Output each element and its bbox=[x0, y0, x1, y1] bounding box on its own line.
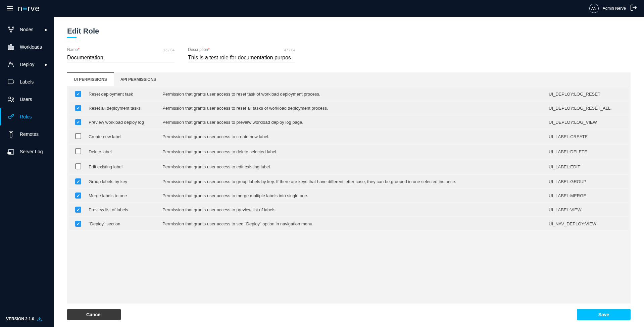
name-input[interactable] bbox=[67, 53, 175, 62]
sidebar-item-deploy[interactable]: Deploy▶ bbox=[0, 56, 54, 73]
permission-description: Permission that grants user access to cr… bbox=[162, 134, 549, 139]
permission-code: UI_LABEL:CREATE bbox=[549, 134, 623, 139]
chevron-right-icon: ▶ bbox=[45, 28, 48, 32]
tab-ui-permissions[interactable]: UI PERMISSIONS bbox=[67, 72, 114, 86]
permission-checkbox[interactable] bbox=[75, 163, 81, 169]
permission-checkbox[interactable] bbox=[75, 221, 81, 227]
permission-checkbox[interactable] bbox=[75, 119, 81, 125]
server-log-icon bbox=[7, 148, 15, 156]
svg-rect-4 bbox=[10, 44, 11, 50]
permission-row: Edit existing labelPermission that grant… bbox=[69, 160, 629, 174]
permission-description: Permission that grants user access to re… bbox=[162, 92, 549, 97]
permission-code: UI_DEPLOY:LOG_RESET bbox=[549, 92, 623, 97]
permission-row: Reset all deployment tasksPermission tha… bbox=[69, 102, 629, 114]
nodes-icon bbox=[7, 25, 15, 34]
permission-description: Permission that grants user access to gr… bbox=[162, 179, 549, 184]
permission-code: UI_LABEL:GROUP bbox=[549, 179, 623, 184]
workloads-icon bbox=[7, 43, 15, 51]
sidebar-item-nodes[interactable]: Nodes▶ bbox=[0, 21, 54, 38]
permission-code: UI_NAV_DEPLOY:VIEW bbox=[549, 221, 623, 226]
remotes-icon bbox=[7, 130, 15, 138]
permission-checkbox[interactable] bbox=[75, 148, 81, 154]
permission-description: Permission that grants user access to me… bbox=[162, 193, 549, 198]
permission-name: Create new label bbox=[89, 134, 162, 139]
svg-point-1 bbox=[12, 27, 14, 28]
logout-icon[interactable] bbox=[630, 4, 637, 13]
permission-code: UI_LABEL:MERGE bbox=[549, 193, 623, 198]
sidebar-item-label: Users bbox=[20, 97, 32, 102]
sidebar-item-label: Labels bbox=[20, 79, 34, 85]
permission-checkbox[interactable] bbox=[75, 105, 81, 111]
sidebar-item-users[interactable]: Users bbox=[0, 91, 54, 108]
svg-rect-9 bbox=[10, 133, 12, 137]
permission-name: Reset deployment task bbox=[89, 92, 162, 97]
permission-row: Group labels by keyPermission that grant… bbox=[69, 175, 629, 188]
roles-icon bbox=[7, 113, 15, 121]
permission-row: Reset deployment taskPermission that gra… bbox=[69, 88, 629, 100]
logo: n≡rve bbox=[18, 4, 40, 13]
sidebar-item-label: Workloads bbox=[20, 44, 42, 50]
description-char-count: 47 / 64 bbox=[284, 48, 295, 52]
permission-description: Permission that grants user access to se… bbox=[162, 221, 549, 226]
permission-name: Delete label bbox=[89, 149, 162, 154]
sidebar-item-workloads[interactable]: Workloads bbox=[0, 38, 54, 56]
svg-rect-5 bbox=[12, 46, 13, 50]
svg-point-6 bbox=[9, 97, 11, 99]
sidebar-item-label: Server Log bbox=[20, 149, 43, 154]
permission-checkbox[interactable] bbox=[75, 133, 81, 139]
permission-row: Delete labelPermission that grants user … bbox=[69, 145, 629, 159]
svg-point-8 bbox=[8, 116, 11, 119]
description-label: Description* bbox=[188, 47, 295, 52]
permission-checkbox[interactable] bbox=[75, 207, 81, 213]
permission-row: Preview workload deploy logPermission th… bbox=[69, 116, 629, 128]
permission-code: UI_DEPLOY:LOG_VIEW bbox=[549, 120, 623, 125]
name-char-count: 13 / 64 bbox=[163, 48, 175, 52]
sidebar-item-label: Roles bbox=[20, 114, 32, 119]
sidebar-item-label: Nodes bbox=[20, 27, 33, 32]
chevron-right-icon: ▶ bbox=[45, 63, 48, 66]
permission-name: "Deploy" section bbox=[89, 221, 162, 226]
menu-toggle-icon[interactable] bbox=[7, 6, 13, 10]
svg-point-2 bbox=[10, 31, 12, 32]
permission-checkbox[interactable] bbox=[75, 178, 81, 184]
sidebar-item-labels[interactable]: Labels bbox=[0, 73, 54, 91]
save-button[interactable]: Save bbox=[577, 309, 631, 320]
permission-checkbox[interactable] bbox=[75, 91, 81, 97]
deploy-icon bbox=[7, 60, 15, 68]
permission-name: Edit existing label bbox=[89, 164, 162, 169]
download-icon[interactable] bbox=[37, 316, 42, 322]
permission-code: UI_LABEL:VIEW bbox=[549, 207, 623, 212]
sidebar-item-remotes[interactable]: Remotes bbox=[0, 125, 54, 143]
permission-description: Permission that grants user access to re… bbox=[162, 106, 549, 111]
users-icon bbox=[7, 95, 15, 103]
permission-name: Reset all deployment tasks bbox=[89, 106, 162, 111]
permission-name: Group labels by key bbox=[89, 179, 162, 184]
tab-api-permissions[interactable]: API PERMISSIONS bbox=[114, 72, 163, 86]
sidebar: Nodes▶WorkloadsDeploy▶LabelsUsersRolesRe… bbox=[0, 17, 54, 327]
tabs: UI PERMISSIONS API PERMISSIONS bbox=[67, 72, 631, 86]
version-label: VERSION 2.1.0 bbox=[0, 311, 54, 327]
svg-point-7 bbox=[12, 98, 14, 100]
description-input[interactable] bbox=[188, 53, 295, 62]
avatar[interactable]: AN bbox=[589, 4, 599, 13]
permission-checkbox[interactable] bbox=[75, 193, 81, 199]
svg-rect-3 bbox=[8, 46, 9, 50]
permission-name: Preview workload deploy log bbox=[89, 120, 162, 125]
cancel-button[interactable]: Cancel bbox=[67, 309, 121, 320]
page-title: Edit Role bbox=[67, 27, 631, 36]
permission-name: Preview list of labels bbox=[89, 207, 162, 212]
sidebar-item-roles[interactable]: Roles bbox=[0, 108, 54, 125]
permission-description: Permission that grants user access to pr… bbox=[162, 120, 549, 125]
sidebar-item-server-log[interactable]: Server Log bbox=[0, 143, 54, 160]
title-underline bbox=[67, 37, 77, 38]
name-label: Name* bbox=[67, 47, 175, 52]
permission-code: UI_LABEL:EDIT bbox=[549, 164, 623, 169]
topbar: n≡rve AN Admin Nerve bbox=[0, 0, 644, 17]
permissions-list[interactable]: Reset deployment taskPermission that gra… bbox=[67, 86, 631, 304]
permission-code: UI_LABEL:DELETE bbox=[549, 149, 623, 154]
sidebar-item-label: Remotes bbox=[20, 131, 39, 137]
username-label: Admin Nerve bbox=[603, 6, 626, 11]
permission-row: Create new labelPermission that grants u… bbox=[69, 130, 629, 144]
main-content: Edit Role Name* 13 / 64 Description* 47 … bbox=[54, 17, 644, 327]
description-field-wrapper: Description* 47 / 64 bbox=[188, 47, 295, 62]
